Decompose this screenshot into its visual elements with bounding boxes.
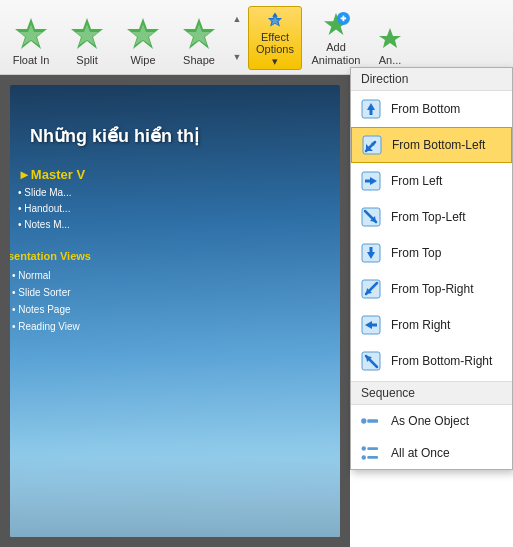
from-top-left-label: From Top-Left [391, 210, 465, 224]
float-in-button[interactable]: Float In [4, 6, 58, 70]
svg-rect-44 [367, 447, 378, 450]
from-left-item[interactable]: From Left [351, 163, 512, 199]
as-one-object-label: As One Object [391, 414, 469, 428]
float-in-icon [13, 16, 49, 52]
from-bottom-left-icon [360, 133, 384, 157]
animation-icon [376, 26, 404, 54]
animation-button[interactable]: An... [370, 6, 410, 70]
slide-list-item-3: • Notes M... [18, 217, 72, 233]
from-top-item[interactable]: From Top [351, 235, 512, 271]
from-bottom-right-icon [359, 349, 383, 373]
effect-options-icon [261, 11, 289, 31]
slide-list-item-1: • Slide Ma... [18, 185, 72, 201]
sequence-section-label: Sequence [351, 381, 512, 405]
from-top-right-item[interactable]: From Top-Right [351, 271, 512, 307]
svg-marker-1 [19, 24, 43, 45]
direction-dropdown: Direction From Bottom From Bottom-Left [350, 67, 513, 470]
add-animation-label: Add Animation [309, 41, 363, 67]
as-one-object-icon [359, 413, 383, 429]
svg-marker-15 [379, 28, 401, 48]
svg-rect-14 [342, 16, 344, 22]
add-animation-icon [320, 11, 352, 41]
shape-button[interactable]: Shape [172, 6, 226, 70]
add-animation-button[interactable]: Add Animation [304, 6, 368, 70]
svg-rect-42 [367, 419, 378, 423]
from-right-label: From Right [391, 318, 450, 332]
svg-marker-5 [131, 24, 155, 45]
split-icon [69, 16, 105, 52]
split-button[interactable]: Split [60, 6, 114, 70]
wipe-icon [125, 16, 161, 52]
all-at-once-icon [359, 445, 383, 461]
svg-rect-46 [367, 456, 378, 459]
shape-label: Shape [183, 54, 215, 67]
from-bottom-icon [359, 97, 383, 121]
all-at-once-label: All at Once [391, 446, 450, 460]
all-at-once-item[interactable]: All at Once [351, 437, 512, 469]
svg-marker-10 [272, 12, 278, 16]
from-left-icon [359, 169, 383, 193]
float-in-label: Float In [13, 54, 50, 67]
ribbon-button-group: Float In Split Wipe Shape [0, 6, 410, 70]
svg-rect-18 [370, 110, 373, 115]
slide-section-label: sentation Views [10, 250, 91, 262]
wipe-label: Wipe [130, 54, 155, 67]
animation-label: An... [379, 54, 402, 67]
direction-section-label: Direction [351, 68, 512, 91]
from-bottom-left-label: From Bottom-Left [392, 138, 485, 152]
slide-item-notes: • Notes Page [12, 301, 80, 318]
from-right-item[interactable]: From Right [351, 307, 512, 343]
from-bottom-label: From Bottom [391, 102, 460, 116]
ribbon-scroll-button[interactable]: ▲ ▼ [228, 6, 246, 70]
svg-rect-25 [365, 179, 370, 182]
effect-options-label: EffectOptions ▾ [253, 31, 297, 67]
svg-rect-37 [372, 323, 377, 326]
from-right-icon [359, 313, 383, 337]
svg-rect-31 [370, 247, 373, 252]
from-top-left-icon [359, 205, 383, 229]
split-label: Split [76, 54, 97, 67]
slide-item-reading: • Reading View [12, 318, 80, 335]
shape-icon [181, 16, 217, 52]
as-one-object-item[interactable]: As One Object [351, 405, 512, 437]
slide-title: Những kiểu hiển thị [30, 125, 199, 147]
svg-marker-7 [187, 24, 211, 45]
from-bottom-item[interactable]: From Bottom [351, 91, 512, 127]
effect-options-button[interactable]: EffectOptions ▾ [248, 6, 302, 70]
svg-point-45 [362, 455, 366, 459]
from-bottom-right-label: From Bottom-Right [391, 354, 492, 368]
from-top-icon [359, 241, 383, 265]
slide-item-normal: • Normal [12, 267, 80, 284]
svg-marker-3 [75, 24, 99, 45]
from-bottom-left-item[interactable]: From Bottom-Left [351, 127, 512, 163]
from-top-label: From Top [391, 246, 441, 260]
slide-content: Những kiểu hiển thị ►Master V • Slide Ma… [10, 85, 340, 537]
svg-point-43 [362, 446, 366, 450]
slide-area: Những kiểu hiển thị ►Master V • Slide Ma… [0, 75, 350, 547]
from-top-right-icon [359, 277, 383, 301]
slide-list-item-2: • Handout... [18, 201, 72, 217]
from-top-left-item[interactable]: From Top-Left [351, 199, 512, 235]
from-left-label: From Left [391, 174, 442, 188]
slide-item-sorter: • Slide Sorter [12, 284, 80, 301]
wipe-button[interactable]: Wipe [116, 6, 170, 70]
svg-point-41 [361, 418, 366, 423]
ribbon: Float In Split Wipe Shape [0, 0, 513, 75]
slide-items: • Normal • Slide Sorter • Notes Page • R… [12, 267, 80, 335]
slide-master-label: ►Master V [18, 167, 85, 182]
from-bottom-right-item[interactable]: From Bottom-Right [351, 343, 512, 379]
slide-list: • Slide Ma... • Handout... • Notes M... [18, 185, 72, 233]
from-top-right-label: From Top-Right [391, 282, 473, 296]
